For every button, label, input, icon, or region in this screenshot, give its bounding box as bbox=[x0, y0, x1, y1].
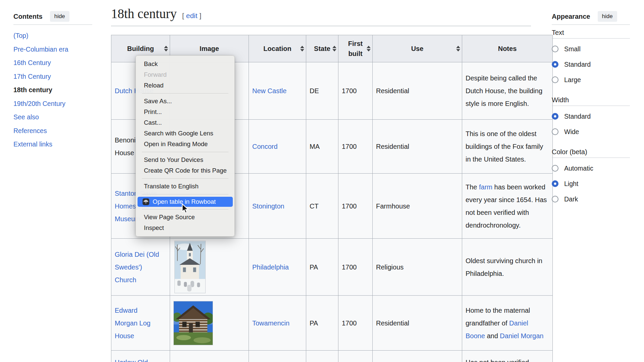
first-built-cell: 1700 bbox=[338, 296, 373, 351]
note-text: Despite being called the Dutch House, th… bbox=[466, 74, 542, 107]
first-built-cell bbox=[338, 351, 373, 362]
building-cell: Edward Morgan Log House bbox=[111, 296, 170, 351]
col-header-label: First built bbox=[348, 40, 363, 57]
location-cell: Concord bbox=[249, 120, 306, 174]
building-link[interactable]: Edward Morgan Log House bbox=[115, 307, 151, 340]
notes-cell: This is one of the oldest buildings of t… bbox=[462, 120, 553, 174]
col-header-first-built[interactable]: First built bbox=[338, 35, 373, 62]
state-cell: PA bbox=[306, 239, 338, 296]
contents-item[interactable]: 17th Century bbox=[13, 70, 97, 83]
image-cell bbox=[170, 351, 249, 362]
building-link: Benoni House bbox=[115, 136, 136, 157]
radio-selected-icon[interactable] bbox=[552, 180, 558, 187]
location-link[interactable]: Stonington bbox=[252, 202, 284, 210]
menu-item-translate-to-english[interactable]: Translate to English bbox=[136, 181, 234, 192]
menu-item-forward: Forward bbox=[136, 69, 234, 80]
radio-option-small[interactable]: Small bbox=[552, 41, 632, 57]
edit-link[interactable]: edit bbox=[186, 12, 198, 19]
note-text: Has not been verified bbox=[466, 359, 529, 362]
radio-option-standard[interactable]: Standard bbox=[552, 57, 632, 72]
radio-unselected-icon[interactable] bbox=[552, 128, 558, 135]
building-link[interactable]: Harlow Old Fort House bbox=[115, 359, 148, 362]
menu-item-open-in-reading-mode[interactable]: Open in Reading Mode bbox=[136, 139, 234, 149]
contents-item[interactable]: See also bbox=[13, 110, 97, 124]
menu-item-print[interactable]: Print... bbox=[136, 107, 234, 117]
sort-arrows-icon bbox=[332, 46, 336, 52]
note-link[interactable]: farm bbox=[479, 183, 492, 191]
contents-item[interactable]: (Top) bbox=[13, 29, 97, 43]
note-link[interactable]: Daniel Morgan bbox=[500, 332, 543, 340]
radio-option-automatic[interactable]: Automatic bbox=[552, 161, 632, 176]
section-divider bbox=[552, 158, 630, 158]
image-cell bbox=[170, 296, 249, 351]
gloria-dei-church-photo[interactable] bbox=[174, 241, 206, 293]
radio-option-label: Standard bbox=[564, 61, 591, 68]
contents-item[interactable]: 19th/20th Century bbox=[13, 97, 97, 111]
radio-unselected-icon[interactable] bbox=[552, 46, 558, 52]
col-header-label: Location bbox=[263, 45, 291, 52]
page-title: 18th century bbox=[111, 6, 177, 21]
col-header-label: Notes bbox=[498, 45, 517, 52]
radio-selected-icon[interactable] bbox=[552, 113, 558, 120]
radio-unselected-icon[interactable] bbox=[552, 76, 558, 83]
location-link[interactable]: Towamencin bbox=[252, 319, 289, 327]
radio-option-dark[interactable]: Dark bbox=[552, 191, 632, 207]
contents-item[interactable]: References bbox=[13, 124, 97, 138]
menu-item-create-qr-code-for-this-page[interactable]: Create QR Code for this Page bbox=[136, 165, 234, 176]
notes-cell: Home to the maternal grandfather of Dani… bbox=[462, 296, 553, 351]
radio-option-label: Dark bbox=[564, 195, 578, 203]
use-cell: Residential bbox=[373, 120, 462, 174]
use-cell: Residential bbox=[373, 62, 462, 120]
radio-unselected-icon[interactable] bbox=[552, 165, 558, 172]
col-header-label: Image bbox=[200, 45, 219, 52]
contents-panel: Contents hide (Top)Pre-Columbian era16th… bbox=[13, 11, 97, 151]
contents-divider bbox=[13, 24, 92, 25]
building-cell: Harlow Old Fort House bbox=[111, 351, 170, 362]
col-header-state[interactable]: State bbox=[306, 35, 338, 62]
menu-item-send-to-your-devices[interactable]: Send to Your Devices bbox=[136, 155, 234, 165]
first-built-cell: 1700 bbox=[338, 62, 373, 120]
edward-morgan-log-house-photo[interactable] bbox=[173, 301, 213, 345]
contents-item[interactable]: 16th Century bbox=[13, 56, 97, 70]
location-link[interactable]: New Castle bbox=[252, 87, 286, 95]
radio-unselected-icon[interactable] bbox=[552, 196, 558, 202]
contents-hide-button[interactable]: hide bbox=[50, 11, 69, 22]
location-link[interactable]: Philadelphia bbox=[252, 263, 289, 271]
radio-selected-icon[interactable] bbox=[552, 61, 558, 68]
building-link[interactable]: Gloria Dei (Old Swedes') Church bbox=[115, 251, 159, 284]
radio-option-label: Wide bbox=[564, 128, 579, 136]
col-header-location[interactable]: Location bbox=[249, 35, 306, 62]
radio-option-standard[interactable]: Standard bbox=[552, 109, 632, 124]
appearance-title: Appearance bbox=[552, 13, 590, 20]
location-link[interactable]: Concord bbox=[252, 143, 278, 150]
menu-item-inspect[interactable]: Inspect bbox=[136, 223, 234, 233]
menu-separator bbox=[142, 178, 228, 179]
col-header-use[interactable]: Use bbox=[373, 35, 462, 62]
edit-bracket-open: [ bbox=[182, 12, 184, 19]
appearance-panel: Appearance hide TextSmallStandardLargeWi… bbox=[552, 11, 632, 207]
radio-option-label: Standard bbox=[564, 113, 591, 120]
menu-item-back[interactable]: Back bbox=[136, 59, 234, 69]
appearance-section-label: Color (beta) bbox=[552, 147, 632, 157]
menu-separator bbox=[142, 93, 228, 94]
use-cell bbox=[373, 351, 462, 362]
col-header-label: Use bbox=[411, 45, 424, 52]
radio-option-light[interactable]: Light bbox=[552, 176, 632, 191]
state-cell bbox=[306, 351, 338, 362]
appearance-section-label: Width bbox=[552, 95, 632, 105]
location-cell bbox=[249, 351, 306, 362]
menu-item-cast[interactable]: Cast... bbox=[136, 117, 234, 128]
menu-item-save-as[interactable]: Save As... bbox=[136, 96, 234, 107]
contents-item[interactable]: Pre-Columbian era bbox=[13, 43, 97, 56]
radio-option-large[interactable]: Large bbox=[552, 72, 632, 87]
contents-title: Contents bbox=[13, 13, 43, 20]
col-header-label: Building bbox=[127, 45, 154, 52]
menu-item-search-with-google-lens[interactable]: Search with Google Lens bbox=[136, 128, 234, 139]
table-row: Edward Morgan Log HouseTowamencinPA1700R… bbox=[111, 296, 553, 351]
radio-option-wide[interactable]: Wide bbox=[552, 124, 632, 139]
radio-option-label: Small bbox=[564, 45, 581, 53]
contents-item[interactable]: External links bbox=[13, 137, 97, 151]
menu-item-reload[interactable]: Reload bbox=[136, 80, 234, 91]
appearance-hide-button[interactable]: hide bbox=[598, 11, 617, 22]
location-cell: Stonington bbox=[249, 174, 306, 239]
